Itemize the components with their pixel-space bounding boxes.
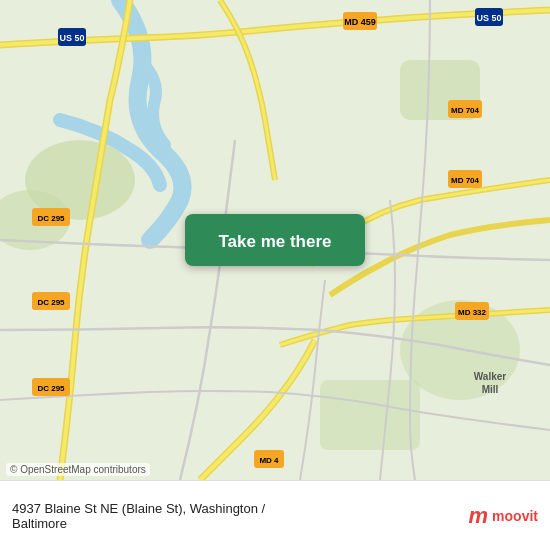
svg-text:MD 332: MD 332 <box>458 308 487 317</box>
moovit-logo: m moovit <box>469 503 538 529</box>
svg-text:MD 459: MD 459 <box>344 17 376 27</box>
map-container: US 50 US 50 MD 459 DC 295 DC 295 DC 295 … <box>0 0 550 480</box>
svg-text:Mill: Mill <box>482 384 499 395</box>
map-copyright: © OpenStreetMap contributors <box>6 463 150 476</box>
moovit-m-icon: m <box>469 503 489 529</box>
footer: 4937 Blaine St NE (Blaine St), Washingto… <box>0 480 550 550</box>
svg-text:DC 295: DC 295 <box>37 384 65 393</box>
svg-text:US 50: US 50 <box>59 33 84 43</box>
svg-text:MD 704: MD 704 <box>451 176 480 185</box>
address-text: 4937 Blaine St NE (Blaine St), Washingto… <box>12 501 265 516</box>
svg-text:DC 295: DC 295 <box>37 214 65 223</box>
svg-text:MD 4: MD 4 <box>259 456 279 465</box>
svg-text:US 50: US 50 <box>476 13 501 23</box>
address-city: Baltimore <box>12 516 67 531</box>
copyright-text: © OpenStreetMap contributors <box>10 464 146 475</box>
moovit-logo-text: moovit <box>492 508 538 524</box>
footer-address-block: 4937 Blaine St NE (Blaine St), Washingto… <box>12 501 469 531</box>
svg-text:MD 704: MD 704 <box>451 106 480 115</box>
take-me-there-button[interactable]: Take me there <box>185 214 365 266</box>
svg-text:Walker: Walker <box>474 371 507 382</box>
address-line2: Baltimore <box>12 516 469 531</box>
svg-rect-5 <box>320 380 420 450</box>
svg-text:DC 295: DC 295 <box>37 298 65 307</box>
address-line1: 4937 Blaine St NE (Blaine St), Washingto… <box>12 501 469 516</box>
